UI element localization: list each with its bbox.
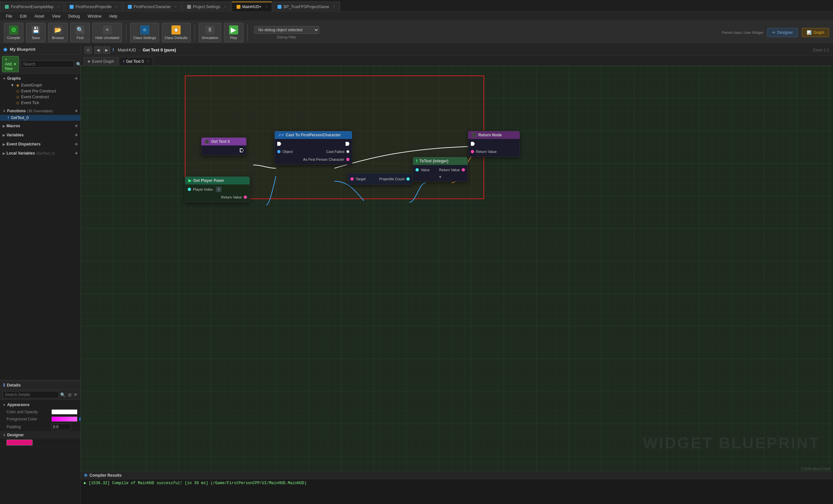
tab-first-person-projectile[interactable]: FirstPersonProjectile ×: [65, 2, 122, 11]
event-graph-item[interactable]: ▼ ◈ EventGraph: [0, 82, 80, 88]
designer-color-swatch[interactable]: [6, 439, 32, 446]
cast-exec-out-pin[interactable]: [346, 141, 350, 147]
forward-button[interactable]: ▶: [103, 47, 110, 54]
to-text-node[interactable]: f ToText (integer) Value Return Value: [412, 157, 468, 182]
get-text-0-node[interactable]: ⬛ Get Text 0: [201, 137, 247, 155]
cast-node[interactable]: ↗↗ Cast To FirstPersonCharacter: [274, 131, 352, 165]
menu-edit[interactable]: Edit: [17, 13, 30, 19]
macros-header[interactable]: ▶ Macros +: [0, 122, 80, 130]
add-variable-button[interactable]: +: [75, 132, 78, 138]
event-graph-tab[interactable]: ◈ Event Graph: [83, 57, 118, 65]
color-opacity-swatch[interactable]: [51, 409, 77, 414]
hide-unrelated-button[interactable]: 👁 Hide Unrelated: [92, 23, 122, 42]
as-first-person-pin[interactable]: As First Person Character: [303, 157, 350, 162]
appearance-section-header[interactable]: ▼ Appearance: [0, 401, 80, 408]
add-new-button[interactable]: + Add New ▾: [2, 56, 19, 72]
my-blueprint-search[interactable]: [21, 61, 74, 68]
menu-asset[interactable]: Asset: [31, 13, 48, 19]
event-tick-item[interactable]: ◇ Event Tick: [0, 100, 80, 106]
details-eye-icon[interactable]: 👁: [74, 392, 78, 397]
browse-button[interactable]: 📂 Browse: [48, 23, 68, 42]
graphs-header[interactable]: ▼ Graphs +: [0, 74, 80, 82]
details-search-input[interactable]: [3, 391, 59, 398]
tab-bp-true-fps[interactable]: BP_TrueFPSProjectGame ×: [273, 2, 340, 11]
foreground-color-swatch[interactable]: [51, 416, 77, 422]
back-button[interactable]: ◀: [94, 47, 101, 54]
menu-view[interactable]: View: [49, 13, 64, 19]
event-pre-construct-icon: ◇: [16, 89, 19, 93]
inherit-checkbox-label[interactable]: Inherit: [79, 417, 80, 421]
add-macro-button[interactable]: +: [75, 123, 78, 129]
player-index-pin[interactable]: Player Index 0: [188, 187, 247, 192]
add-graph-button[interactable]: +: [75, 75, 78, 81]
tab-first-person-character[interactable]: FirstPersonCharacter ×: [123, 2, 182, 11]
graph-button[interactable]: 📊 Graph: [802, 28, 829, 37]
details-grid-icon[interactable]: ⊞: [68, 392, 72, 397]
local-variables-header[interactable]: ▶ Local Variables (GetText_0) +: [0, 149, 80, 157]
designer-section-header[interactable]: ▼ Designer: [0, 431, 80, 439]
breadcrumb-bar: ⊙ ◀ ▶ f MainHUD › Get Text 0 (pure) Zoom…: [81, 44, 833, 56]
toolbar-separator-1: [126, 24, 126, 41]
class-settings-icon: ⚙: [140, 25, 149, 34]
target-pin[interactable]: Target: [351, 176, 366, 182]
connections-svg: [81, 66, 833, 472]
cast-failed-pin[interactable]: Cast Failed: [326, 149, 350, 154]
event-dispatchers-header[interactable]: ▶ Event Dispatchers +: [0, 140, 80, 148]
tab-main-hud[interactable]: MainHUD+ ×: [232, 2, 272, 11]
cast-object-pin[interactable]: Object: [277, 149, 293, 154]
menu-file[interactable]: File: [3, 13, 15, 19]
parent-class-label: Parent class: User Widget: [722, 30, 763, 34]
variables-header[interactable]: ▶ Variables +: [0, 131, 80, 139]
to-text-return-pin[interactable]: Return Value: [439, 167, 465, 173]
class-defaults-icon: 📋: [171, 25, 181, 34]
inherit-checkbox[interactable]: [79, 417, 80, 421]
right-area: ⊙ ◀ ▶ f MainHUD › Get Text 0 (pure) Zoom…: [81, 44, 833, 504]
save-icon: 💾: [31, 25, 40, 34]
toolbar-separator-2: [195, 24, 195, 41]
blueprint-canvas[interactable]: ⬛ Get Text 0 ↗↗ Cast To FirstPersonChara…: [81, 66, 833, 472]
home-button[interactable]: ⊙: [85, 47, 92, 54]
play-button[interactable]: ▶ Play: [224, 23, 243, 42]
compile-button[interactable]: ⚙ Compile: [4, 23, 23, 42]
return-exec-in-pin[interactable]: [471, 141, 517, 147]
add-function-button[interactable]: +: [75, 108, 78, 114]
cast-exec-in-pin[interactable]: [277, 141, 281, 147]
debug-filter-select[interactable]: No debug object selected: [254, 26, 319, 34]
return-node[interactable]: ⬛ Return Node Return Value: [468, 131, 520, 157]
add-local-variable-button[interactable]: +: [75, 150, 78, 156]
class-defaults-button[interactable]: 📋 Class Defaults: [162, 23, 191, 42]
return-value-pin[interactable]: Return Value: [471, 149, 517, 154]
menu-window[interactable]: Window: [84, 13, 105, 19]
save-button[interactable]: 💾 Save: [26, 23, 46, 42]
event-pre-construct-item[interactable]: ◇ Event Pre Construct: [0, 88, 80, 94]
get-text-0-tab[interactable]: f Get Text 0 ×: [119, 57, 153, 65]
get-player-pawn-node[interactable]: ▶ Get Player Pawn Player Index 0 Return …: [185, 176, 250, 202]
projectile-count-node[interactable]: Target Projectile Count: [348, 173, 412, 185]
my-blueprint-header: ◈ My Blueprint: [0, 44, 80, 55]
compiler-message: ▶ [1536.32] Compile of MainHUD successfu…: [81, 479, 833, 504]
tab-project-settings[interactable]: Project Settings ×: [182, 2, 231, 11]
designer-button[interactable]: ✏ Designer: [767, 28, 798, 37]
to-text-header: f ToText (integer): [413, 157, 468, 165]
padding-input[interactable]: [51, 424, 71, 430]
tab-first-person-map[interactable]: FirstPersonExampleMap ×: [0, 2, 64, 11]
class-settings-button[interactable]: ⚙ Class Settings: [130, 23, 159, 42]
functions-section: ▼ Functions (36 Overridable) + f GetText…: [0, 106, 80, 121]
find-button[interactable]: 🔍 Find: [70, 23, 90, 42]
get-player-return-pin[interactable]: Return Value: [188, 194, 247, 200]
get-text-0-item[interactable]: f GetText_0: [0, 115, 80, 121]
functions-header[interactable]: ▼ Functions (36 Overridable) +: [0, 107, 80, 115]
get-text-0-exec-pin[interactable]: [204, 147, 244, 153]
projectile-count-pin[interactable]: Projectile Count: [379, 176, 410, 182]
event-construct-item[interactable]: ◇ Event Construct: [0, 94, 80, 100]
event-tick-icon: ◇: [16, 100, 19, 105]
to-text-value-pin[interactable]: Value: [415, 167, 429, 173]
add-event-dispatcher-button[interactable]: +: [75, 141, 78, 147]
cast-header: ↗↗ Cast To FirstPersonCharacter: [275, 131, 352, 139]
get-text-tab-icon: f: [123, 59, 124, 64]
menu-debug[interactable]: Debug: [65, 13, 83, 19]
menu-help[interactable]: Help: [106, 13, 121, 19]
simulation-button[interactable]: ⏸ Simulation: [199, 23, 221, 42]
details-search-bar: 🔍 ⊞ 👁: [0, 390, 80, 400]
breadcrumb-path: MainHUD: [118, 48, 136, 52]
